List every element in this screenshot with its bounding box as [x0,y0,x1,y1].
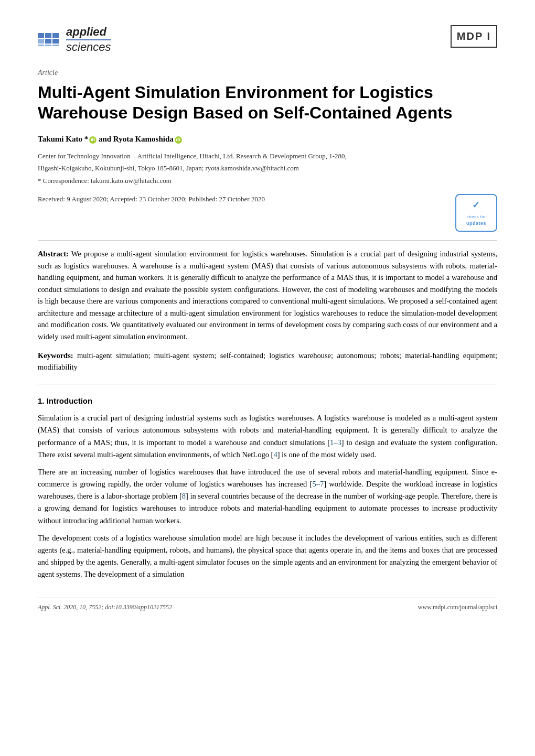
page-wrapper: applied sciences MDP I Article Multi-Age… [38,25,497,612]
ref-4[interactable]: 4 [273,450,277,459]
journal-applied: applied [66,25,111,39]
logo-grid-icon [38,33,59,46]
section-divider [38,384,497,384]
orcid-icon-2: iD [175,136,182,144]
footer-citation: Appl. Sci. 2020, 10, 7552; doi:10.3390/a… [38,602,172,612]
dates-text: Received: 9 August 2020; Accepted: 23 Oc… [38,194,265,204]
keywords-label: Keywords: [38,351,73,360]
journal-logo: applied sciences [38,25,111,55]
main-title: Multi-Agent Simulation Environment for L… [38,82,497,123]
check-for-updates-badge[interactable]: ✓ check for updates [455,194,497,232]
article-type: Article [38,67,497,79]
affiliation-line1: Center for Technology Innovation—Artific… [38,151,497,161]
journal-sciences: sciences [66,39,111,54]
abstract-section: Abstract: We propose a multi-agent simul… [38,248,497,342]
check-updates-line1: check for [467,214,486,220]
authors-line: Takumi Kato *iD and Ryota KamoshidaiD [38,133,497,145]
footer-row: Appl. Sci. 2020, 10, 7552; doi:10.3390/a… [38,598,497,612]
mdpi-logo: MDP I [451,25,497,48]
journal-name: applied sciences [66,25,111,55]
orcid-icon-1: iD [89,136,97,144]
section1-para1: Simulation is a crucial part of designin… [38,412,497,461]
keywords-section: Keywords: multi-agent simulation; multi-… [38,350,497,373]
affiliation-correspondence: * Correspondence: takumi.kato.uw@hitachi… [38,176,497,186]
ref-8[interactable]: 8 [182,492,186,500]
section1-title: 1. Introduction [38,395,497,407]
abstract-text: Abstract: We propose a multi-agent simul… [38,248,497,342]
check-updates-line2: updates [466,220,486,228]
affiliation-line2: Higashi-Koigakubo, Kokubunji-shi, Tokyo … [38,163,497,174]
divider-1 [38,240,497,241]
keywords-text: Keywords: multi-agent simulation; multi-… [38,350,497,373]
section1-para2: There are an increasing number of logist… [38,466,497,527]
footer-url: www.mdpi.com/journal/applsci [418,602,497,612]
check-updates-icon: ✓ [472,198,480,213]
ref-1-3[interactable]: 1–3 [330,438,341,447]
abstract-body: We propose a multi-agent simulation envi… [38,250,497,340]
abstract-label: Abstract: [38,250,69,258]
header-row: applied sciences MDP I [38,25,497,55]
ref-5-7[interactable]: 5–7 [312,480,324,488]
keywords-body: multi-agent simulation; multi-agent syst… [38,351,497,371]
section1-para3: The development costs of a logistics war… [38,532,497,581]
dates-row: Received: 9 August 2020; Accepted: 23 Oc… [38,194,497,232]
